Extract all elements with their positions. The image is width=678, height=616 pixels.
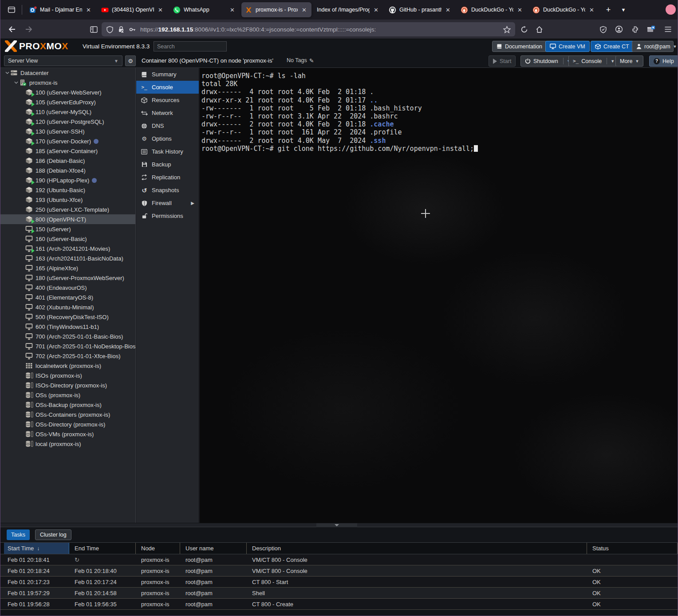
url-text[interactable]: https://192.168.1.15:8006/#v1:0:=lxc%2F8… [140, 26, 499, 33]
screenshot-extension-icon[interactable] [644, 22, 658, 36]
tree-item-localnetwork-proxmox-is[interactable]: localnetwork (proxmox-is) [0, 361, 135, 371]
collapse-handle[interactable] [316, 523, 357, 527]
close-icon[interactable]: ✕ [516, 6, 524, 14]
tab-github-prasanthr[interactable]: GitHub - prasanthr✕ [385, 2, 455, 17]
menu-item-replication[interactable]: Replication [136, 171, 199, 184]
column-header-end-time[interactable]: End Time [69, 543, 136, 554]
tree-item-186-debian-basic[interactable]: 186 (Debian-Basic) [0, 156, 135, 166]
tree-item-185-aserver-container[interactable]: 185 (aServer-Container) [0, 146, 135, 156]
tree-item-401-elementaryos-8[interactable]: 401 (ElementaryOS-8) [0, 292, 135, 302]
menu-item-summary[interactable]: Summary [136, 68, 199, 81]
tree-item-800-openvpn-ct[interactable]: 800 (OpenVPN-CT) [0, 214, 135, 224]
close-icon[interactable]: ✕ [372, 6, 380, 14]
view-selector[interactable]: Server View▼ [4, 55, 122, 66]
back-button[interactable] [5, 22, 19, 36]
help-button[interactable]: ? Help [649, 55, 678, 67]
tree-item-oss-proxmox-is[interactable]: OSs (proxmox-is) [0, 390, 135, 400]
new-tab-button[interactable]: + [602, 3, 615, 16]
column-header-status[interactable]: Status [587, 543, 678, 554]
column-header-node[interactable]: Node [136, 543, 180, 554]
tree-item-isos-directory-proxmox-is[interactable]: ISOs-Directory (proxmox-is) [0, 380, 135, 390]
tree-item-402-xubuntu-minimal[interactable]: 402 (Xubuntu-Minimal) [0, 302, 135, 312]
tree-item-400-endeavouros[interactable]: 400 (EndeavourOS) [0, 283, 135, 292]
close-icon[interactable]: ✕ [300, 6, 308, 14]
tree-item-702-arch-2025-01-01-xfce-bios[interactable]: 702 (Arch-2025-01-01-Xfce-Bios) [0, 351, 135, 361]
key-icon[interactable] [129, 26, 136, 33]
task-row[interactable]: Feb 01 20:18:24Feb 01 20:18:40proxmox-is… [0, 565, 678, 577]
tree-item-190-hplaptop-plex[interactable]: 190 (HPLaptop-Plex) [0, 175, 135, 185]
tree-item-188-debian-xfce4[interactable]: 188 (Debian-Xfce4) [0, 166, 135, 175]
tree-item-110-userver-mysql[interactable]: 110 (uServer-MySQL) [0, 107, 135, 117]
tree-item-100-userver-webserver[interactable]: 100 (uServer-WebServer) [0, 87, 135, 97]
sidebar-toggle-icon[interactable] [87, 22, 101, 36]
more-button[interactable]: More▼ [615, 55, 643, 67]
chevron-expanded-icon[interactable] [4, 71, 10, 74]
tree-settings-button[interactable]: ⚙ [125, 55, 136, 66]
home-icon[interactable] [532, 22, 546, 36]
url-bar[interactable]: https://192.168.1.15:8006/#v1:0:=lxc%2F8… [102, 22, 515, 36]
tree-item-192-ubuntu-basic[interactable]: 192 (Ubuntu-Basic) [0, 185, 135, 195]
menu-item-resources[interactable]: Resources [136, 94, 199, 107]
menu-item-permissions[interactable]: Permissions [136, 209, 199, 222]
menu-item-task-history[interactable]: Task History [136, 145, 199, 158]
tags-editor[interactable]: No Tags✎ [287, 57, 314, 64]
tree-item-130-userver-ssh[interactable]: 130 (uServer-SSH) [0, 126, 135, 136]
menu-item-options[interactable]: ⚙Options [136, 132, 199, 145]
tree-item-161-arch-20241201-movies[interactable]: 161 (Arch-20241201-Movies) [0, 244, 135, 253]
task-row[interactable]: Feb 01 20:18:41↻proxmox-isroot@pamVM/CT … [0, 554, 678, 565]
documentation-button[interactable]: Documentation [492, 41, 547, 52]
user-menu-button[interactable]: root@pam▼ [632, 41, 674, 52]
tree-item-local-proxmox-is[interactable]: local (proxmox-is) [0, 439, 135, 449]
tab-mail-djalmar-enri[interactable]: Mail - Djalmar Enri✕ [26, 2, 96, 17]
chevron-expanded-icon[interactable] [13, 81, 19, 84]
task-row[interactable]: Feb 01 20:17:23Feb 01 20:17:24proxmox-is… [0, 577, 678, 588]
close-icon[interactable]: ✕ [85, 6, 92, 14]
menu-hamburger-icon[interactable] [661, 22, 675, 36]
tab-304481-openvpn[interactable]: (304481) OpenVPN✕ [98, 2, 168, 17]
tab-cluster-log[interactable]: Cluster log [35, 529, 71, 540]
tracking-shield-icon[interactable] [106, 26, 114, 33]
menu-item-snapshots[interactable]: ↺Snapshots [136, 184, 199, 197]
extensions-icon[interactable] [628, 22, 642, 36]
column-header-description[interactable]: Description [247, 543, 587, 554]
tree-item-160-userver-basic[interactable]: 160 (uServer-Basic) [0, 234, 135, 244]
tree-item-oss-containers-proxmox-is[interactable]: OSs-Containers (proxmox-is) [0, 410, 135, 419]
menu-item-console[interactable]: >_Console [136, 81, 199, 94]
close-icon[interactable]: ✕ [229, 6, 236, 14]
start-button[interactable]: Start [489, 55, 516, 67]
close-icon[interactable]: ✕ [157, 6, 164, 14]
tree-item-600-tinywindows11-b1[interactable]: 600 (TinyWindows11-b1) [0, 322, 135, 332]
tab-tasks[interactable]: Tasks [7, 529, 30, 540]
bookmark-star-icon[interactable] [503, 26, 511, 33]
task-row[interactable]: Feb 01 19:57:29Feb 01 20:14:58proxmox-is… [0, 588, 678, 599]
chevron-down-icon[interactable]: ▼ [611, 59, 615, 63]
tree-item-170-userver-docker[interactable]: 170 (uServer-Docker) [0, 136, 135, 146]
shutdown-button[interactable]: Shutdown▼ [520, 55, 576, 67]
tree-item-700-arch-2025-01-01-basic-bios[interactable]: 700 (Arch-2025-01-01-Basic-Bios) [0, 332, 135, 341]
task-row[interactable]: Feb 01 19:56:28Feb 01 19:56:35proxmox-is… [0, 599, 678, 610]
tree-item-oss-vms-proxmox-is[interactable]: OSs-VMs (proxmox-is) [0, 429, 135, 439]
create-ct-button[interactable]: Create CT [591, 41, 634, 52]
tree-item-120-userver-postgresql[interactable]: 120 (uServer-PostgreSQL) [0, 117, 135, 126]
console-button[interactable]: >_ Console▼ [568, 55, 619, 67]
account-icon[interactable] [612, 22, 626, 36]
tree-item-isos-proxmox-is[interactable]: ISOs (proxmox-is) [0, 371, 135, 380]
lock-warning-icon[interactable] [118, 26, 125, 33]
menu-item-dns[interactable]: DNS [136, 119, 199, 132]
tree-item-proxmox-is[interactable]: proxmox-is [0, 78, 135, 87]
tree-item-250-userver-lxc-template[interactable]: 250 (uServer-LXC-Template) [0, 205, 135, 214]
tree-item-datacenter[interactable]: Datacenter [0, 68, 135, 78]
tab-whatsapp[interactable]: WhatsApp✕ [170, 2, 240, 17]
panel-splitter[interactable] [0, 523, 678, 527]
tree-item-500-recoverydisktest-iso[interactable]: 500 (RecoveryDiskTest-ISO) [0, 312, 135, 322]
tree-item-163-arch20241101-basicnodata[interactable]: 163 (Arch20241101-BasicNoData) [0, 253, 135, 263]
close-icon[interactable]: ✕ [444, 6, 452, 14]
menu-item-network[interactable]: Network [136, 107, 199, 119]
tab-list-chevron-icon[interactable]: ▼ [617, 3, 630, 16]
tree-item-150-userver[interactable]: 150 (uServer) [0, 224, 135, 234]
tab-index-of-images-prog[interactable]: Index of /Images/Prog✕ [313, 2, 383, 17]
tab-duckduckgo-you[interactable]: DuckDuckGo - You✕ [457, 2, 527, 17]
tab-duckduckgo-you[interactable]: DuckDuckGo - You✕ [529, 2, 599, 17]
close-icon[interactable]: ✕ [588, 6, 595, 14]
protections-shield-icon[interactable] [596, 22, 610, 36]
